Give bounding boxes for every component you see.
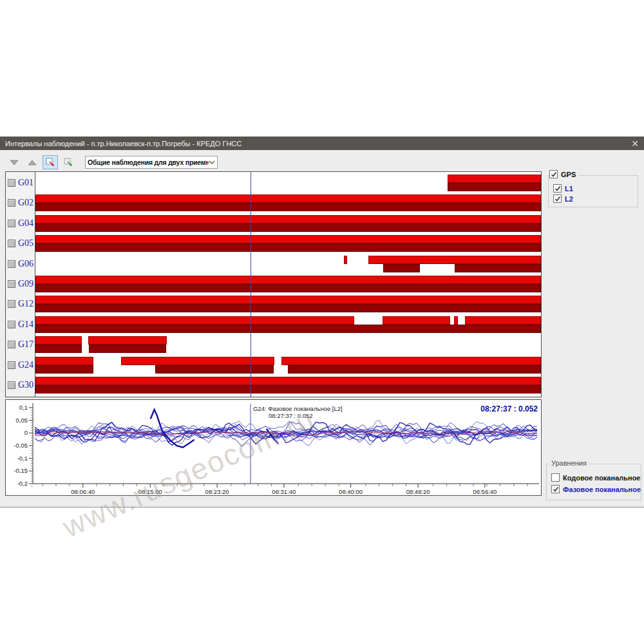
equations-title: Уравнения [549,459,589,467]
check-icon [551,171,557,178]
l1-row[interactable]: L1 [553,184,573,193]
gantt-bar-g02-l1[interactable] [35,194,541,203]
triangle-up-icon [27,158,37,167]
cursor-tooltip-line1: G24: Фазовое поканальное [L2] [253,405,343,412]
cursor-readout: 08:27:37 : 0.052 [480,404,538,413]
x-tick-label: 08:56:40 [473,488,497,495]
gantt-bar-g24-l2[interactable] [35,365,93,374]
satellite-label: G24 [18,360,33,370]
phase-equation-row[interactable]: Фазовое поканальное [551,485,641,493]
gantt-bar-g14-l1[interactable] [465,316,541,325]
x-tick-label: 08:31:40 [272,488,296,495]
gantt-bar-g06-l2[interactable] [455,264,541,272]
satellite-toggle-square[interactable] [8,341,15,348]
gantt-bar-g06-l2[interactable] [383,264,420,272]
gantt-bar-g14-l1[interactable] [35,316,354,325]
gantt-bar-g01-l1[interactable] [448,175,541,183]
satellite-label: G09 [18,279,33,289]
residual-spike-line [151,410,194,448]
gantt-bar-g04-l2[interactable] [35,223,541,232]
l2-label: L2 [565,195,573,203]
gantt-bar-g17-l1[interactable] [35,336,82,345]
gantt-bar-g09-l2[interactable] [35,284,541,292]
satellite-label: G17 [18,339,33,350]
satellite-toggle-square[interactable] [8,199,15,207]
gantt-bar-g24-l2[interactable] [155,365,274,374]
gantt-bar-g04-l1[interactable] [35,215,541,223]
disable-interval-button[interactable] [43,155,58,169]
code-equation-row[interactable]: Кодовое поканальное [551,473,640,482]
close-button[interactable]: ✕ [622,139,639,148]
gantt-bar-g30-l1[interactable] [35,377,541,385]
gantt-bar-g17-l2[interactable] [35,345,82,353]
disable-interval-icon [44,156,56,168]
satellite-toggle-square[interactable] [8,300,15,308]
x-tick-label: 08:40:00 [339,488,363,495]
satellite-label: G04 [18,218,33,229]
toolbar: Общие наблюдения для двух приемников [6,154,218,171]
window-titlebar[interactable]: Интервалы наблюдений - п.тр.Николаевск-п… [0,137,644,150]
gps-checkbox[interactable] [549,170,558,178]
screenshot-canvas: { "window": { "title": "Интервалы наблюд… [0,0,644,644]
y-tick-label: -0,2 [17,480,28,487]
l2-checkbox[interactable] [553,194,562,203]
x-tick-label: 08:06:40 [71,488,95,495]
gantt-bar-g12-l2[interactable] [35,304,541,312]
l2-row[interactable]: L2 [553,194,573,203]
gantt-bar-g30-l2[interactable] [35,385,541,393]
gantt-bar-g02-l2[interactable] [35,203,541,211]
gantt-bar-g14-l1[interactable] [454,316,458,325]
satellite-label: G14 [18,319,33,330]
gantt-bar-g09-l1[interactable] [35,276,541,284]
gantt-bar-g17-l1[interactable] [88,336,167,345]
satellite-toggle-square[interactable] [8,361,15,369]
satellite-label: G02 [18,198,33,208]
gantt-bar-g01-l2[interactable] [448,183,541,191]
app-window: Интервалы наблюдений - п.тр.Николаевск-п… [0,137,644,507]
enable-interval-button[interactable] [61,155,76,169]
gantt-bar-g24-l1[interactable] [121,357,275,365]
gantt-bar-g06-l1[interactable] [344,256,347,264]
triangle-up-button[interactable] [24,155,40,169]
observations-mode-dropdown[interactable]: Общие наблюдения для двух приемников [85,156,218,169]
x-tick-label: 08:15:00 [138,488,162,495]
gps-row[interactable]: GPS [549,170,579,178]
satellite-row-g17: G17 [8,336,33,353]
gantt-bar-g24-l1[interactable] [35,357,93,365]
satellite-label: G06 [18,259,33,269]
signals-panel: GPS L1 L2 [548,170,638,207]
l1-checkbox[interactable] [553,184,562,193]
y-tick-label: -0,1 [17,455,28,462]
gantt-bar-g14-l2[interactable] [35,325,541,333]
satellite-row-g05: G05 [8,235,33,252]
gantt-bar-g24-l1[interactable] [281,357,541,365]
satellite-toggle-square[interactable] [8,321,15,328]
gantt-bar-g17-l2[interactable] [89,345,166,353]
gantt-bar-g05-l2[interactable] [35,243,541,252]
satellite-toggle-square[interactable] [8,240,15,247]
satellite-toggle-square[interactable] [8,179,15,187]
gantt-bar-g24-l2[interactable] [288,365,541,374]
satellite-toggle-square[interactable] [8,220,15,227]
gantt-bar-g14-l1[interactable] [383,316,450,325]
check-icon [554,185,561,192]
satellite-toggle-square[interactable] [8,280,15,288]
window-title: Интервалы наблюдений - п.тр.Николаевск-п… [5,140,622,147]
check-icon [554,196,561,202]
gantt-bar-g12-l1[interactable] [35,296,541,304]
satellite-label: G30 [18,380,33,390]
code-equation-checkbox[interactable] [551,473,560,482]
cursor-tooltip-line2: 08:27:37 : 0.052 [269,412,313,419]
gantt-bar-g06-l1[interactable] [368,256,541,264]
satellite-row-g30: G30 [8,377,33,393]
triangle-down-button[interactable] [6,155,22,169]
dropdown-value: Общие наблюдения для двух приемников [88,158,209,166]
y-tick-label: 0 [24,429,28,436]
gantt-cursor-line[interactable] [251,172,251,397]
satellite-row-g14: G14 [8,316,33,333]
gantt-bar-g05-l1[interactable] [35,235,541,243]
satellite-toggle-square[interactable] [8,381,15,389]
phase-equation-checkbox[interactable] [551,485,560,493]
satellite-row-g12: G12 [8,296,33,312]
satellite-toggle-square[interactable] [8,260,15,268]
